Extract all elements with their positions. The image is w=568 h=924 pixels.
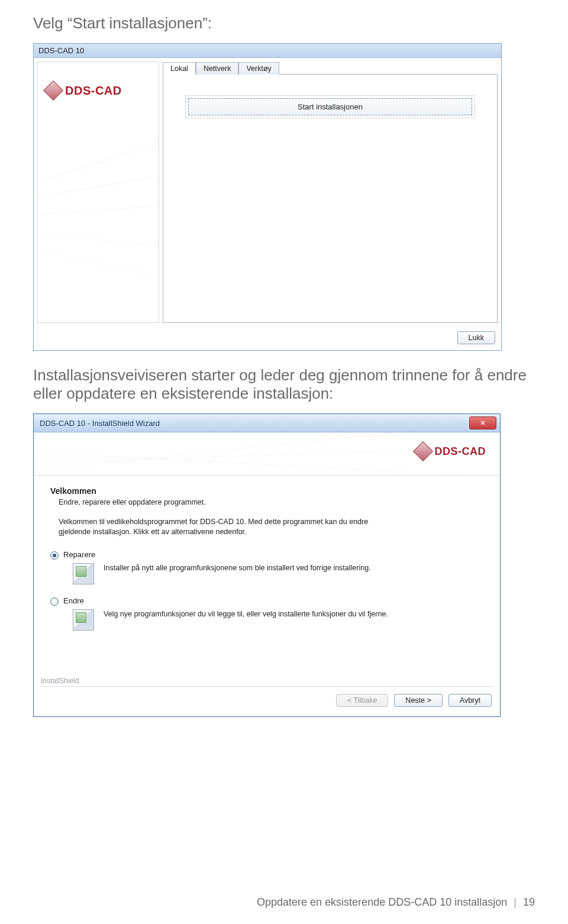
launcher-window-title: DDS-CAD 10 bbox=[34, 44, 501, 58]
wizard-brand: DDS-CAD bbox=[416, 444, 486, 458]
page-number: 19 bbox=[523, 896, 535, 908]
option-endre[interactable]: Endre bbox=[50, 596, 483, 606]
wizard-window: DDS-CAD 10 - InstallShield Wizard ✕ DDS-… bbox=[33, 413, 501, 717]
wizard-header: DDS-CAD bbox=[34, 432, 500, 476]
instruction-2: Installasjonsveiviseren starter og leder… bbox=[33, 366, 535, 403]
package-icon bbox=[73, 563, 94, 584]
next-button[interactable]: Neste > bbox=[394, 694, 442, 707]
wizard-subheading: Endre, reparere eller oppdatere programm… bbox=[59, 498, 483, 506]
option-endre-label: Endre bbox=[63, 596, 84, 605]
brand-icon bbox=[413, 441, 433, 461]
option-reparere[interactable]: Reparere bbox=[50, 550, 483, 560]
radio-icon[interactable] bbox=[50, 597, 59, 606]
instruction-1: Velg “Start installasjonen”: bbox=[33, 14, 535, 33]
option-reparere-label: Reparere bbox=[63, 550, 95, 559]
brand-text: DDS-CAD bbox=[435, 445, 486, 458]
option-endre-text: Velg nye programfunksjoner du vil legge … bbox=[104, 609, 388, 619]
radio-icon[interactable] bbox=[50, 551, 59, 560]
brand-icon bbox=[43, 80, 63, 101]
wizard-description: Velkommen til vedlikeholdsprogrammet for… bbox=[59, 517, 390, 537]
close-button[interactable]: Lukk bbox=[457, 331, 495, 344]
window-close-icon[interactable]: ✕ bbox=[469, 416, 496, 429]
brand-text: DDS-CAD bbox=[65, 84, 122, 98]
page-footer: Oppdatere en eksisterende DDS-CAD 10 ins… bbox=[257, 896, 535, 909]
launcher-tabs: Lokal Nettverk Verktøy bbox=[163, 62, 498, 74]
wizard-heading: Velkommen bbox=[50, 486, 483, 496]
back-button: < Tilbake bbox=[336, 694, 388, 707]
option-reparere-text: Installer på nytt alle programfunksjonen… bbox=[104, 563, 371, 573]
wizard-window-title: DDS-CAD 10 - InstallShield Wizard bbox=[40, 419, 160, 428]
footer-text: Oppdatere en eksisterende DDS-CAD 10 ins… bbox=[257, 896, 507, 908]
tab-nettverk[interactable]: Nettverk bbox=[196, 62, 239, 75]
package-icon bbox=[73, 609, 94, 631]
installshield-label: InstallShield bbox=[34, 677, 500, 686]
wizard-titlebar: DDS-CAD 10 - InstallShield Wizard ✕ bbox=[34, 414, 500, 432]
launcher-window: DDS-CAD 10 DDS-CAD Lokal Nettverk Verktø… bbox=[33, 43, 502, 351]
launcher-sidebar: DDS-CAD bbox=[37, 62, 159, 323]
launcher-tab-content: Start installasjonen bbox=[163, 74, 498, 323]
tab-verktoy[interactable]: Verktøy bbox=[238, 62, 279, 75]
start-install-button[interactable]: Start installasjonen bbox=[188, 98, 472, 115]
cancel-button[interactable]: Avbryt bbox=[448, 694, 492, 707]
brand-logo: DDS-CAD bbox=[46, 83, 122, 98]
tab-lokal[interactable]: Lokal bbox=[163, 62, 196, 75]
